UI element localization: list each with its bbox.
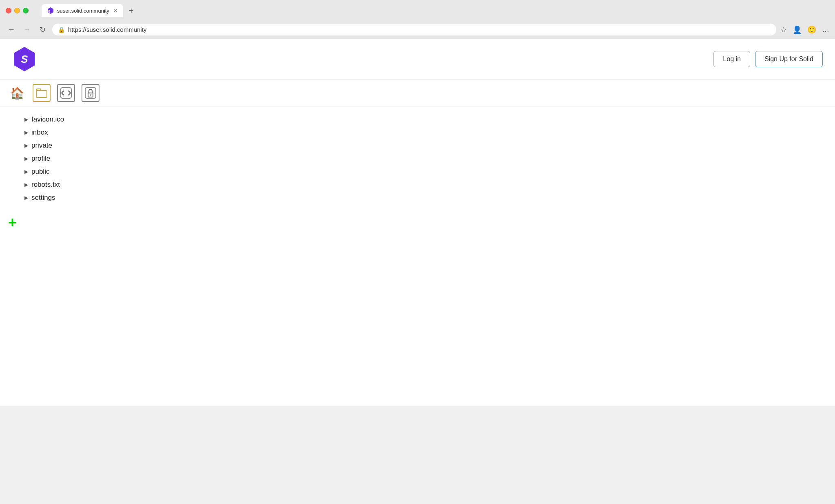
file-name: profile bbox=[31, 155, 50, 163]
file-name: robots.txt bbox=[31, 181, 60, 189]
tab-bar: S suser.solid.community × + bbox=[36, 4, 144, 17]
code-svg-icon bbox=[60, 87, 72, 99]
traffic-lights bbox=[6, 8, 29, 13]
new-tab-button[interactable]: + bbox=[125, 4, 138, 17]
signup-button[interactable]: Sign Up for Solid bbox=[755, 51, 823, 67]
code-icon-button[interactable] bbox=[57, 84, 75, 102]
more-icon[interactable]: … bbox=[822, 25, 829, 34]
logo-hexagon: S bbox=[12, 47, 37, 71]
forward-button[interactable]: → bbox=[21, 24, 33, 35]
svg-point-4 bbox=[90, 95, 91, 96]
folder-icon-button[interactable] bbox=[33, 84, 51, 102]
title-bar: S suser.solid.community × + bbox=[0, 0, 835, 21]
refresh-button[interactable]: ↻ bbox=[37, 24, 48, 35]
svg-rect-1 bbox=[61, 88, 71, 98]
url-bar[interactable]: 🔒 https://suser.solid.community bbox=[52, 24, 776, 35]
maximize-window-button[interactable] bbox=[23, 8, 29, 13]
list-item[interactable]: ▶ robots.txt bbox=[0, 178, 835, 191]
account-icon[interactable]: 👤 bbox=[793, 25, 802, 34]
expand-arrow-icon: ▶ bbox=[24, 182, 28, 188]
active-tab[interactable]: S suser.solid.community × bbox=[42, 4, 123, 17]
file-name: public bbox=[31, 168, 49, 176]
back-button[interactable]: ← bbox=[6, 24, 17, 35]
app-header: S Log in Sign Up for Solid bbox=[0, 39, 835, 80]
list-item[interactable]: ▶ inbox bbox=[0, 126, 835, 139]
file-name: private bbox=[31, 141, 52, 150]
icon-toolbar: 🏠 bbox=[0, 80, 835, 106]
file-name: inbox bbox=[31, 128, 48, 137]
list-item[interactable]: ▶ public bbox=[0, 165, 835, 178]
logo-letter: S bbox=[21, 53, 28, 66]
expand-arrow-icon: ▶ bbox=[24, 169, 28, 175]
browser-toolbar-right: ☆ 👤 🙂 … bbox=[780, 25, 829, 34]
file-name: favicon.ico bbox=[31, 115, 64, 124]
expand-arrow-icon: ▶ bbox=[24, 143, 28, 148]
login-button[interactable]: Log in bbox=[714, 51, 750, 67]
tab-close-button[interactable]: × bbox=[114, 7, 117, 14]
list-item[interactable]: ▶ settings bbox=[0, 191, 835, 204]
lock-svg-icon bbox=[85, 87, 96, 99]
svg-rect-0 bbox=[36, 91, 47, 97]
list-item[interactable]: ▶ private bbox=[0, 139, 835, 152]
expand-arrow-icon: ▶ bbox=[24, 117, 28, 122]
list-item[interactable]: ▶ favicon.ico bbox=[0, 113, 835, 126]
expand-arrow-icon: ▶ bbox=[24, 130, 28, 135]
file-list: ▶ favicon.ico ▶ inbox ▶ private ▶ profil… bbox=[0, 106, 835, 211]
list-item[interactable]: ▶ profile bbox=[0, 152, 835, 165]
logo-area: S bbox=[12, 47, 37, 71]
lock-icon: 🔒 bbox=[58, 27, 65, 33]
minimize-window-button[interactable] bbox=[14, 8, 20, 13]
tab-favicon-letter: S bbox=[47, 9, 50, 14]
add-button[interactable]: + bbox=[0, 211, 25, 234]
file-name: settings bbox=[31, 194, 55, 202]
url-text: https://suser.solid.community bbox=[68, 26, 771, 33]
tab-favicon-icon: S bbox=[47, 7, 54, 14]
browser-chrome: S suser.solid.community × + ← → ↻ 🔒 http… bbox=[0, 0, 835, 39]
folder-svg-icon bbox=[36, 88, 47, 98]
favorite-icon[interactable]: ☆ bbox=[780, 25, 787, 34]
emoji-icon[interactable]: 🙂 bbox=[807, 25, 816, 34]
expand-arrow-icon: ▶ bbox=[24, 195, 28, 201]
page-content: S Log in Sign Up for Solid 🏠 bbox=[0, 39, 835, 406]
lock-icon-button[interactable] bbox=[82, 84, 99, 102]
tab-label: suser.solid.community bbox=[57, 8, 110, 14]
address-bar: ← → ↻ 🔒 https://suser.solid.community ☆ … bbox=[0, 21, 835, 39]
expand-arrow-icon: ▶ bbox=[24, 156, 28, 161]
header-buttons: Log in Sign Up for Solid bbox=[714, 51, 823, 67]
home-icon-button[interactable]: 🏠 bbox=[8, 84, 26, 102]
close-window-button[interactable] bbox=[6, 8, 11, 13]
